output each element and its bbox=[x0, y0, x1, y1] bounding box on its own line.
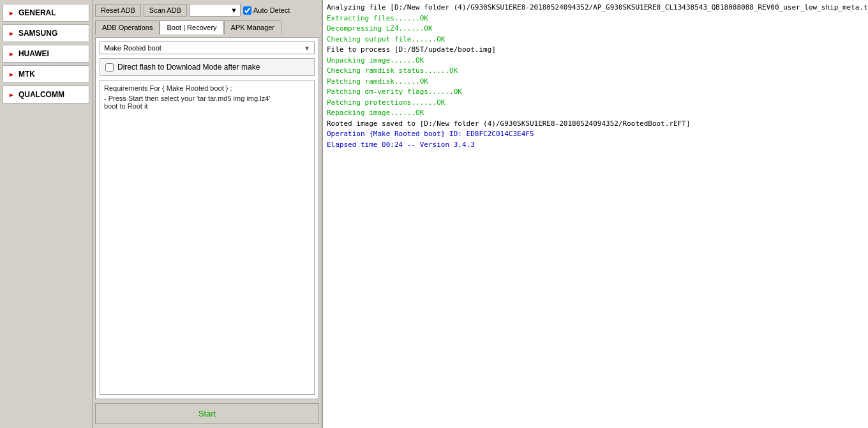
requirements-title: Requirements For { Make Rooted boot } : bbox=[104, 84, 310, 92]
requirements-body: - Press Start then select your 'tar tar.… bbox=[104, 95, 310, 110]
log-line: Extracting files......OK bbox=[327, 13, 864, 24]
log-line: Rooted image saved to [D:/New folder (4)… bbox=[327, 119, 864, 130]
sidebar-label-samsung: SAMSUNG bbox=[19, 29, 57, 38]
start-button-container: Start bbox=[95, 402, 319, 425]
sidebar-arrow-icon: ► bbox=[8, 71, 15, 78]
toolbar: Reset ADB Scan ADB ▼ Auto Detect bbox=[95, 3, 319, 18]
log-line: Elapsed time 00:24 -- Version 3.4.3 bbox=[327, 140, 864, 151]
log-line: Checking ramdisk status......OK bbox=[327, 66, 864, 77]
log-line: Checking output file......OK bbox=[327, 34, 864, 45]
auto-detect-label: Auto Detect bbox=[253, 6, 290, 14]
operation-dropdown[interactable]: Make Rooted boot ▼ bbox=[100, 42, 315, 54]
sidebar-arrow-icon: ► bbox=[8, 10, 15, 17]
sidebar-item-qualcomm[interactable]: ►QUALCOMM bbox=[3, 86, 89, 103]
operation-select: Make Rooted boot ▼ bbox=[100, 42, 315, 54]
scan-adb-button[interactable]: Scan ADB bbox=[144, 4, 187, 17]
tab-apk-manager[interactable]: APK Manager bbox=[224, 20, 281, 34]
log-line: Patching protections......OK bbox=[327, 98, 864, 109]
sidebar-item-samsung[interactable]: ►SAMSUNG bbox=[3, 24, 89, 42]
sidebar-arrow-icon: ► bbox=[8, 30, 15, 37]
sidebar-item-general[interactable]: ►GENERAL bbox=[3, 4, 89, 22]
log-line: Decompressing LZ4......OK bbox=[327, 24, 864, 34]
tab-boot-recovery[interactable]: Boot | Recovery bbox=[160, 20, 223, 34]
log-line: Patching dm-verity flags......OK bbox=[327, 87, 864, 98]
start-button[interactable]: Start bbox=[95, 403, 319, 424]
log-line: Operation {Make Rooted boot} ID: ED8FC2C… bbox=[327, 129, 864, 140]
port-dropdown-arrow: ▼ bbox=[230, 6, 237, 14]
sidebar-label-general: GENERAL bbox=[19, 8, 56, 17]
port-dropdown[interactable]: ▼ bbox=[190, 4, 241, 17]
log-line: File to process [D:/BST/update/boot.img] bbox=[327, 45, 864, 56]
sidebar-arrow-icon: ► bbox=[8, 50, 15, 57]
reset-adb-button[interactable]: Reset ADB bbox=[95, 4, 141, 17]
sidebar-arrow-icon: ► bbox=[8, 91, 15, 98]
sidebar-label-qualcomm: QUALCOMM bbox=[19, 90, 64, 99]
sidebar-label-mtk: MTK bbox=[19, 70, 35, 79]
tabs-bar: ADB Operations Boot | Recovery APK Manag… bbox=[95, 20, 319, 34]
sidebar-item-huawei[interactable]: ►HUAWEI bbox=[3, 45, 89, 63]
log-line: Analyzing file [D:/New folder (4)/G930SK… bbox=[327, 3, 864, 13]
tab-adb[interactable]: ADB Operations bbox=[95, 20, 160, 34]
middle-panel: Reset ADB Scan ADB ▼ Auto Detect ADB Ope… bbox=[93, 0, 322, 428]
sidebar: ►GENERAL►SAMSUNG►HUAWEI►MTK►QUALCOMM bbox=[0, 0, 93, 428]
log-line: Patching ramdisk......OK bbox=[327, 77, 864, 88]
log-line: Repacking image......OK bbox=[327, 108, 864, 119]
requirements-area: Requirements For { Make Rooted boot } : … bbox=[100, 80, 315, 395]
direct-flash-row: Direct flash to Download Mode after make bbox=[100, 58, 315, 76]
log-line: Unpacking image......OK bbox=[327, 56, 864, 66]
auto-detect-row: Auto Detect bbox=[243, 6, 290, 15]
direct-flash-checkbox[interactable] bbox=[105, 63, 114, 72]
log-panel: Analyzing file [D:/New folder (4)/G930SK… bbox=[322, 0, 868, 428]
sidebar-item-mtk[interactable]: ►MTK bbox=[3, 65, 89, 83]
operation-chevron-icon: ▼ bbox=[304, 45, 310, 52]
auto-detect-checkbox[interactable] bbox=[243, 6, 251, 15]
tab-content: Make Rooted boot ▼ Direct flash to Downl… bbox=[95, 37, 319, 399]
operation-selected-value: Make Rooted boot bbox=[104, 44, 161, 52]
sidebar-label-huawei: HUAWEI bbox=[19, 49, 49, 58]
direct-flash-label: Direct flash to Download Mode after make bbox=[117, 63, 260, 72]
